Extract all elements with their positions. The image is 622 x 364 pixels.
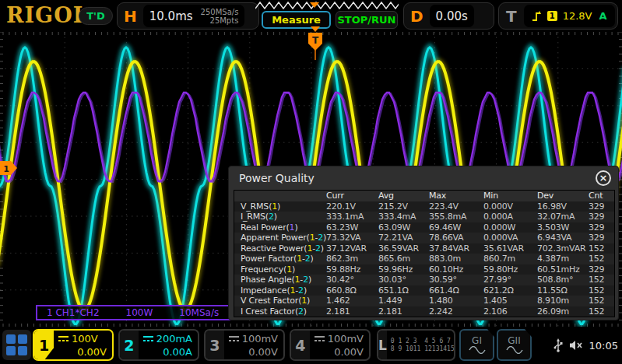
delay-settings[interactable]: D 0.00s [403,2,494,30]
measurement-value: 329 [589,264,614,275]
waveform-overview-bar[interactable] [255,1,399,10]
measurement-value: 702.3mVAR [537,243,589,254]
measurement-table: CurrAvgMaxMinDevCntV_RMS(1)220.1V215.2V2… [234,190,615,317]
apps-grid-icon[interactable] [2,330,31,360]
channel-number: 1 [290,285,296,296]
measurement-value: 8.910m [537,296,589,306]
measurement-label: Real Power(1) [241,222,326,233]
measurement-value: 0.000A [483,212,537,222]
horizontal-settings[interactable]: H 10.0ms 250MSa/s 25Mpts [117,2,259,30]
measurement-label: V_RMS(1) [241,201,326,212]
close-icon[interactable]: × [596,170,611,186]
measurement-label: Phase Angle(1-2) [241,275,326,285]
stop-run-button[interactable]: STOP/RUN [336,11,398,29]
status-icons: 10:05 [553,327,618,364]
channel-offset: 0.00V [248,345,278,359]
generator-2-box[interactable]: GII [497,329,532,361]
power-quality-panel: Power Quality × CurrAvgMaxMinDevCntV_RMS… [228,166,619,320]
table-row: Frequency(1)59.88Hz59.96Hz60.10Hz59.80Hz… [234,264,614,275]
trigger-label: T [499,7,524,26]
channel-number: 1 [295,275,300,285]
channel-number: 2 [298,306,304,317]
measurement-value: 329 [589,201,614,212]
logic-analyzer-box[interactable]: L 0 1 2 3 4 5 6 7 8 9 1011 12131415 [377,329,455,361]
memory-waveform-icon [255,2,399,9]
measurement-value: 508.8m° [537,275,589,285]
delay-value: 0.00s [436,9,468,23]
measurement-value: 0.000W [483,222,537,233]
trigger-settings[interactable]: T 1 12.8V A [498,2,618,30]
trigger-position-flag[interactable]: T [308,33,322,60]
measurement-label: V Crest Factor(1) [241,296,326,306]
measurement-value: 63.23W [326,222,378,233]
table-row: Apparent Power(1-2)73.32VA72.21VA78.66VA… [234,233,614,243]
measurement-value: 69.46W [429,222,483,233]
speaker-muted-icon[interactable] [569,339,583,352]
trigger-flag-label: T [312,35,319,46]
math-channel-label[interactable]: 1 CH1*CH2 100W 10MSa/s [36,305,233,320]
measurement-label: Reactive Power(1-2) [241,243,326,254]
usb-icon [553,338,563,352]
trigger-level-marker-label: 1 [3,164,9,174]
channel-scale: 200mA [156,332,192,345]
measurement-value: 660.8Ω [326,285,378,296]
measurement-value: 37.12VAR [326,243,378,254]
measurement-value: 59.96Hz [378,264,429,275]
channel-number: 1 [310,233,315,243]
measurement-value: 860.7m [483,254,537,264]
measurement-value: 16.98V [537,201,589,212]
trigger-level-value: 12.8V [563,10,592,22]
table-row: V_RMS(1)220.1V215.2V223.4V0.000V16.98V32… [234,201,614,212]
table-row: I_RMS(2)333.1mA333.4mA355.8mA0.000A32.07… [234,212,614,222]
column-header: Dev [537,191,589,201]
bottom-status-bar: 1100V0.00V2200mA0.00A3100mV0.00V4100mV0.… [0,327,622,364]
measurement-value: 1.480 [429,296,483,306]
generator-1-box[interactable]: GI [459,329,494,361]
table-row: Real Power(1)63.23W63.09W69.46W0.000W3.5… [234,222,614,233]
measurement-value: 0.000V [483,201,537,212]
measurement-value: 329 [589,212,614,222]
measurement-value: 329 [589,233,614,243]
dc-coupling-icon [58,335,69,342]
measurement-value: 78.66VA [429,233,483,243]
sine-wave-icon [469,346,486,354]
measurement-label: I_RMS(2) [241,212,326,222]
trigger-status-badge: T'D [79,7,113,25]
rising-edge-icon [532,10,542,22]
measurement-value: 223.4V [429,201,483,212]
measurement-value: 152 [589,306,614,317]
measurement-value: 152 [589,254,614,264]
column-header: Max [429,191,483,201]
channel-number: 2 [120,331,139,359]
sine-wave-icon [506,346,523,354]
top-status-bar: RIGOL T'D H 10.0ms 250MSa/s 25Mpts Measu… [0,0,622,32]
table-row: Reactive Power(1-2)37.12VAR36.59VAR37.84… [234,243,614,254]
channel-number: 4 [291,331,310,359]
measurement-value: 60.10Hz [429,264,483,275]
measurement-label: Apparent Power(1-2) [241,233,326,243]
channel-3-box[interactable]: 3100mV0.00V [204,329,285,361]
measurement-value: 2.181 [378,306,429,317]
channel-number: 2 [303,275,308,285]
sample-rate: 250MSa/s [201,8,239,16]
measure-button[interactable]: Measure [262,11,331,29]
measurement-value: 35.61VAR [483,243,537,254]
channel-offset: 0.00V [334,345,364,359]
channel-number: 2 [298,285,304,296]
measurement-value: 2.106 [483,306,537,317]
measurement-value: 355.8mA [429,212,483,222]
channel-4-box[interactable]: 4100mV0.00V [290,329,371,361]
measurement-value: 0.000VA [483,233,537,243]
channel-1-box[interactable]: 1100V0.00V [33,329,114,361]
measurement-value: 30.03° [378,275,429,285]
measurement-value: 329 [589,222,614,233]
measurement-value: 1.462 [326,296,378,306]
channel-2-box[interactable]: 2200mA0.00A [118,329,199,361]
column-header: Cnt [589,191,614,201]
channel-scale: 100V [72,332,98,345]
measurement-value: 152 [589,285,614,296]
generator-label: GI [472,336,482,346]
measurement-value: 4.387m [537,254,589,264]
logic-label: L [378,331,387,359]
measurement-value: 59.88Hz [326,264,378,275]
